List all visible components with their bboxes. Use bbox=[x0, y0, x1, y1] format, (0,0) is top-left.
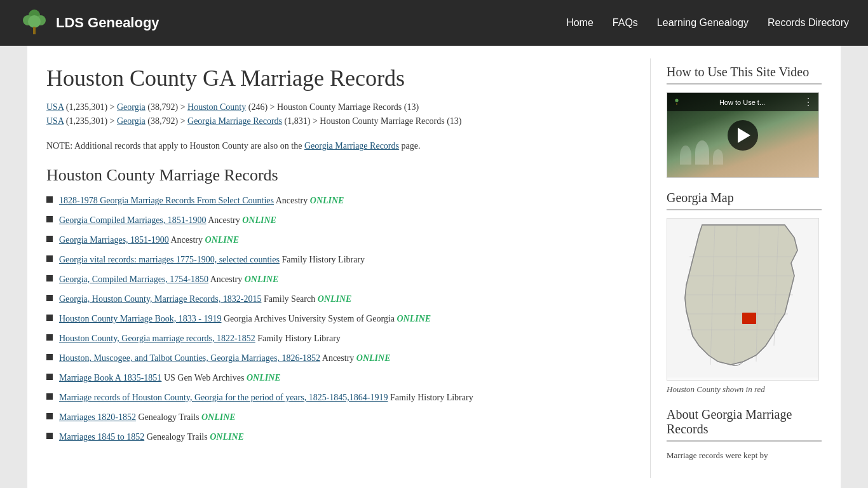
about-section-title: About Georgia Marriage Records bbox=[667, 407, 822, 442]
online-badge: ONLINE bbox=[205, 235, 240, 245]
online-badge: ONLINE bbox=[356, 353, 391, 363]
list-item: Georgia, Houston County, Marriage Record… bbox=[46, 292, 631, 306]
breadcrumb: USA (1,235,301) > Georgia (38,792) > Hou… bbox=[46, 100, 631, 129]
breadcrumb-usa-1[interactable]: USA bbox=[46, 102, 64, 112]
map-caption: Houston County shown in red bbox=[667, 384, 822, 395]
bullet-icon bbox=[46, 275, 53, 281]
record-link-6[interactable]: Georgia, Houston County, Marriage Record… bbox=[59, 294, 261, 304]
bullet-icon bbox=[46, 315, 53, 321]
record-link-2[interactable]: Georgia Compiled Marriages, 1851-1900 bbox=[59, 215, 206, 225]
georgia-map bbox=[667, 218, 819, 381]
page-wrapper: Houston County GA Marriage Records USA (… bbox=[27, 46, 841, 488]
breadcrumb-line1: USA (1,235,301) > Georgia (38,792) > Hou… bbox=[46, 100, 631, 114]
list-item: Houston, Muscogee, and Talbot Counties, … bbox=[46, 351, 631, 365]
svg-rect-4 bbox=[33, 27, 36, 34]
logo-area[interactable]: LDS Genealogy bbox=[19, 8, 159, 38]
svg-rect-18 bbox=[742, 313, 756, 324]
list-item: Marriages 1820-1852 Genealogy Trails ONL… bbox=[46, 410, 631, 424]
site-header: LDS Genealogy Home FAQs Learning Genealo… bbox=[0, 0, 868, 46]
nav-home[interactable]: Home bbox=[566, 17, 593, 29]
online-badge: ONLINE bbox=[201, 412, 236, 422]
list-item: Georgia vital records: marriages 1775-19… bbox=[46, 253, 631, 266]
logo-tree-icon bbox=[19, 8, 50, 38]
main-nav: Home FAQs Learning Genealogy Records Dir… bbox=[566, 17, 849, 29]
record-link-8[interactable]: Houston County, Georgia marriage records… bbox=[59, 334, 255, 343]
list-item: 1828-1978 Georgia Marriage Records From … bbox=[46, 194, 631, 207]
bullet-icon bbox=[46, 413, 53, 419]
breadcrumb-houston-county[interactable]: Houston County bbox=[187, 102, 246, 112]
breadcrumb-georgia-marriage[interactable]: Georgia Marriage Records bbox=[187, 116, 282, 126]
nav-faqs[interactable]: FAQs bbox=[613, 17, 638, 29]
breadcrumb-georgia-2[interactable]: Georgia bbox=[117, 116, 146, 126]
record-link-7[interactable]: Houston County Marriage Book, 1833 - 191… bbox=[59, 314, 221, 323]
about-text: Marriage records were kept by bbox=[667, 449, 822, 463]
bullet-icon bbox=[46, 216, 53, 222]
record-link-12[interactable]: Marriages 1820-1852 bbox=[59, 412, 136, 422]
online-badge: ONLINE bbox=[242, 215, 276, 225]
online-badge: ONLINE bbox=[245, 274, 279, 284]
breadcrumb-line2: USA (1,235,301) > Georgia (38,792) > Geo… bbox=[46, 114, 631, 128]
breadcrumb-georgia-1[interactable]: Georgia bbox=[117, 102, 146, 112]
list-item: Houston County, Georgia marriage records… bbox=[46, 332, 631, 345]
record-link-9[interactable]: Houston, Muscogee, and Talbot Counties, … bbox=[59, 353, 320, 363]
bullet-icon bbox=[46, 433, 53, 439]
record-link-4[interactable]: Georgia vital records: marriages 1775-19… bbox=[59, 255, 280, 264]
record-link-3[interactable]: Georgia Marriages, 1851-1900 bbox=[59, 235, 169, 245]
list-item: Georgia Marriages, 1851-1900 Ancestry ON… bbox=[46, 233, 631, 247]
map-section-title: Georgia Map bbox=[667, 191, 822, 210]
video-play-button[interactable] bbox=[728, 120, 758, 151]
logo-text: LDS Genealogy bbox=[56, 15, 159, 31]
online-badge: ONLINE bbox=[397, 314, 431, 323]
content-area: Houston County GA Marriage Records USA (… bbox=[27, 46, 841, 488]
list-item: Houston County Marriage Book, 1833 - 191… bbox=[46, 312, 631, 325]
online-badge: ONLINE bbox=[210, 432, 244, 442]
svg-point-3 bbox=[28, 15, 41, 28]
list-item: Marriages 1845 to 1852 Genealogy Trails … bbox=[46, 430, 631, 444]
bullet-icon bbox=[46, 236, 53, 242]
main-content: Houston County GA Marriage Records USA (… bbox=[46, 58, 650, 478]
nav-records-directory[interactable]: Records Directory bbox=[768, 17, 849, 29]
video-thumbnail[interactable]: How to Use t... ⋮ bbox=[667, 92, 819, 178]
svg-rect-6 bbox=[676, 103, 677, 105]
note-paragraph: NOTE: Additional records that apply to H… bbox=[46, 139, 631, 153]
georgia-map-svg bbox=[667, 219, 819, 377]
online-badge: ONLINE bbox=[247, 373, 281, 383]
video-menu-icon[interactable]: ⋮ bbox=[803, 96, 813, 108]
breadcrumb-usa-2[interactable]: USA bbox=[46, 116, 64, 126]
record-link-5[interactable]: Georgia, Compiled Marriages, 1754-1850 bbox=[59, 274, 208, 284]
page-title: Houston County GA Marriage Records bbox=[46, 65, 631, 92]
bullet-icon bbox=[46, 196, 53, 203]
bullet-icon bbox=[46, 255, 53, 262]
bullet-icon bbox=[46, 393, 53, 400]
sidebar: How to Use This Site Video bbox=[650, 58, 822, 478]
video-logo bbox=[672, 98, 681, 107]
list-item: Marriage Book A 1835-1851 US Gen Web Arc… bbox=[46, 371, 631, 384]
video-title-overlay: How to Use t... bbox=[719, 98, 765, 106]
video-preview: How to Use t... ⋮ bbox=[667, 93, 818, 177]
video-section-title: How to Use This Site Video bbox=[667, 65, 822, 85]
record-link-1[interactable]: 1828-1978 Georgia Marriage Records From … bbox=[59, 196, 274, 205]
list-item: Marriage records of Houston County, Geor… bbox=[46, 391, 631, 404]
record-link-11[interactable]: Marriage records of Houston County, Geor… bbox=[59, 393, 388, 402]
online-badge: ONLINE bbox=[318, 294, 352, 304]
bullet-icon bbox=[46, 354, 53, 360]
play-triangle-icon bbox=[738, 128, 750, 143]
section-heading: Houston County Marriage Records bbox=[46, 166, 631, 185]
record-list: 1828-1978 Georgia Marriage Records From … bbox=[46, 194, 631, 444]
nav-learning-genealogy[interactable]: Learning Genealogy bbox=[657, 17, 749, 29]
online-badge: ONLINE bbox=[310, 196, 344, 205]
record-link-13[interactable]: Marriages 1845 to 1852 bbox=[59, 432, 144, 442]
svg-point-5 bbox=[675, 98, 678, 102]
record-link-10[interactable]: Marriage Book A 1835-1851 bbox=[59, 373, 161, 383]
list-item: Georgia Compiled Marriages, 1851-1900 An… bbox=[46, 214, 631, 227]
georgia-marriage-records-link[interactable]: Georgia Marriage Records bbox=[304, 141, 399, 151]
bullet-icon bbox=[46, 374, 53, 380]
bullet-icon bbox=[46, 334, 53, 341]
list-item: Georgia, Compiled Marriages, 1754-1850 A… bbox=[46, 273, 631, 286]
bullet-icon bbox=[46, 295, 53, 301]
